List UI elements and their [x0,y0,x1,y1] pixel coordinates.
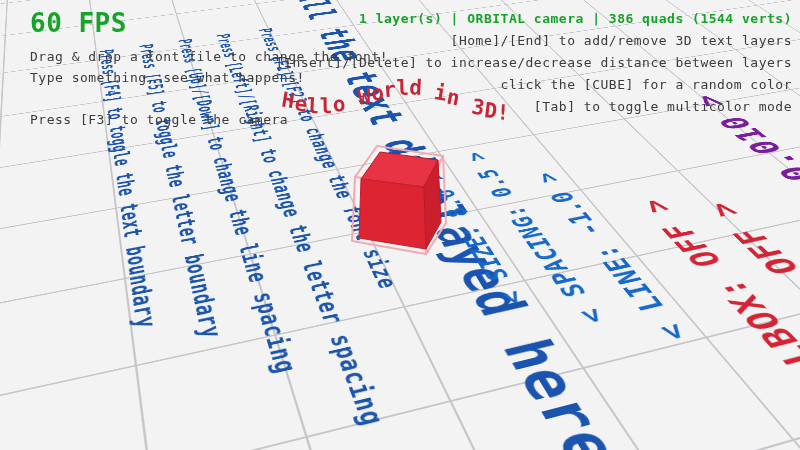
cube-face-front[interactable] [359,179,426,249]
hint-cube-random-color: click the [CUBE] for a random color [276,74,792,96]
hint-add-remove-layers: [Home]/[End] to add/remove 3D text layer… [276,30,792,52]
hint-layer-distance: [Insert]/[Delete] to increase/decrease d… [276,52,792,74]
hud-right: 1 layer(s) | ORBITAL camera | 386 quads … [276,8,792,118]
hint-multicolor-mode: [Tab] to toggle multicolor mode [276,96,792,118]
status-line: 1 layer(s) | ORBITAL camera | 386 quads … [276,8,792,30]
font-demo-app: Press [F4] to toggle the text boundary P… [0,0,800,450]
